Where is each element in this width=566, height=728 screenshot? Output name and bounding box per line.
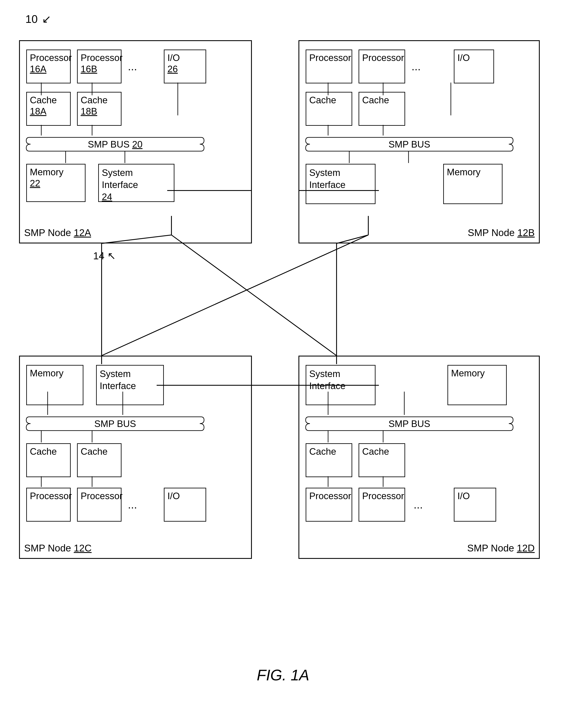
node-label-12A: SMP Node 12A bbox=[24, 227, 91, 238]
page: 10 ↙ Processor 16A Processor 16B ... I/O… bbox=[0, 0, 566, 728]
ellipsis-12B-top: ... bbox=[411, 60, 421, 73]
memory-12D: Memory bbox=[447, 365, 507, 405]
io-12D: I/O bbox=[454, 488, 496, 522]
io-26: I/O 26 bbox=[164, 50, 206, 83]
node-12C: Memory System Interface SMP BUS bbox=[19, 356, 252, 559]
memory-12C: Memory bbox=[26, 365, 83, 405]
node-label-12D: SMP Node 12D bbox=[467, 542, 535, 554]
diagram-label-10: 10 ↙ bbox=[25, 13, 51, 25]
smp-bus-12C-label: SMP BUS bbox=[92, 419, 138, 429]
system-interface-12B: System Interface bbox=[306, 164, 375, 204]
processor-12C-2: Processor bbox=[77, 488, 121, 522]
node-label-12C: SMP Node 12C bbox=[24, 542, 92, 554]
label-14: 14 ↖ bbox=[93, 250, 116, 262]
ellipsis-12C-bottom: ... bbox=[128, 498, 137, 511]
arrow-10: ↙ bbox=[42, 13, 51, 25]
smp-bus-12D: SMP BUS bbox=[304, 416, 515, 432]
arrow-14: ↖ bbox=[107, 250, 116, 261]
svg-line-38 bbox=[171, 235, 337, 356]
system-interface-24: System Interface 24 bbox=[98, 164, 174, 202]
smp-bus-12B: SMP BUS bbox=[304, 136, 515, 152]
processor-16A: Processor 16A bbox=[26, 50, 71, 83]
cache-12B-2: Cache bbox=[359, 92, 405, 126]
smp-bus-12C: SMP BUS bbox=[24, 416, 206, 432]
smp-bus-12D-label: SMP BUS bbox=[386, 419, 432, 429]
memory-12B: Memory bbox=[443, 164, 502, 204]
node-label-12B: SMP Node 12B bbox=[468, 227, 535, 238]
cache-12C-2: Cache bbox=[77, 443, 121, 477]
cache-12D-2: Cache bbox=[359, 443, 405, 477]
ellipsis-12A-top: ... bbox=[128, 60, 137, 73]
cache-12D-1: Cache bbox=[306, 443, 352, 477]
svg-line-39 bbox=[102, 235, 368, 356]
smp-bus-12B-label: SMP BUS bbox=[386, 139, 432, 150]
smp-bus-12A: SMP BUS 20 bbox=[24, 136, 206, 152]
smp-bus-12A-label: SMP BUS 20 bbox=[86, 139, 145, 150]
io-12C: I/O bbox=[164, 488, 206, 522]
system-interface-12D: System Interface bbox=[306, 365, 375, 405]
memory-22: Memory 22 bbox=[26, 164, 86, 202]
processor-12D-1: Processor bbox=[306, 488, 352, 522]
diagram-area: 10 ↙ Processor 16A Processor 16B ... I/O… bbox=[13, 13, 553, 690]
processor-12B-2: Processor bbox=[359, 50, 405, 83]
processor-12B-1: Processor bbox=[306, 50, 352, 83]
node-12D: System Interface Memory SMP BUS bbox=[298, 356, 540, 559]
processor-12C-1: Processor bbox=[26, 488, 71, 522]
processor-16B: Processor 16B bbox=[77, 50, 121, 83]
node-12A: Processor 16A Processor 16B ... I/O 26 C… bbox=[19, 40, 252, 243]
cache-18B: Cache 18B bbox=[77, 92, 121, 126]
processor-12D-2: Processor bbox=[359, 488, 405, 522]
system-interface-12C: System Interface bbox=[96, 365, 164, 405]
cache-18A: Cache 18A bbox=[26, 92, 71, 126]
cache-12C-1: Cache bbox=[26, 443, 71, 477]
io-12B: I/O bbox=[454, 50, 494, 83]
cache-12B-1: Cache bbox=[306, 92, 352, 126]
ellipsis-12D-bottom: ... bbox=[414, 498, 423, 511]
node-12B: Processor Processor ... I/O Cache Cache bbox=[298, 40, 540, 243]
figure-label: FIG. 1A bbox=[257, 666, 309, 684]
